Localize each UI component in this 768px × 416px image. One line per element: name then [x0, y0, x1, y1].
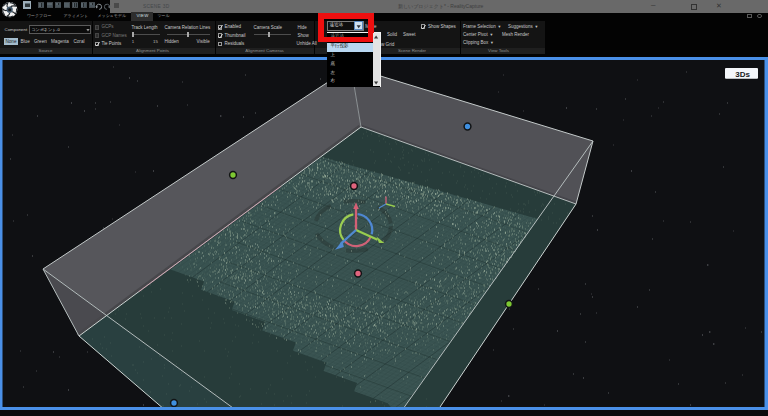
- svg-text:3Ds: 3Ds: [735, 70, 750, 79]
